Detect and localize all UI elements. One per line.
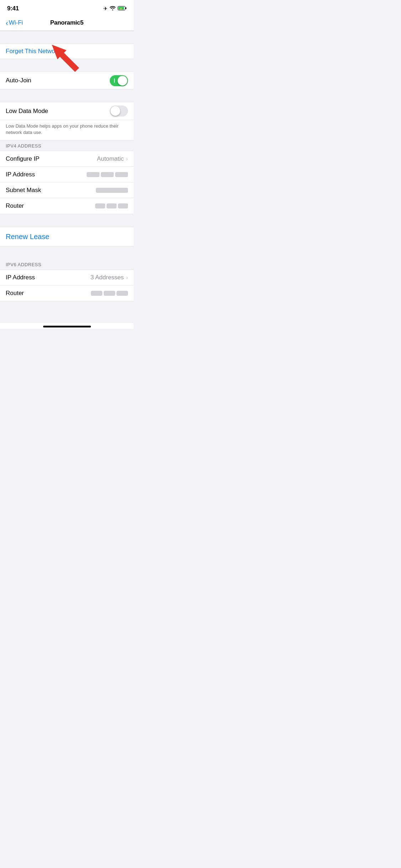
configure-ip-value: Automatic › — [97, 155, 128, 162]
subnet-mask-label: Subnet Mask — [6, 187, 41, 194]
back-chevron-icon: ‹ — [6, 19, 8, 27]
auto-join-cell: Auto-Join — [0, 72, 134, 89]
ipv6-ip-address-value-text: 3 Addresses — [91, 274, 124, 281]
back-button[interactable]: ‹ Wi-Fi — [6, 19, 23, 27]
ip-address-value — [87, 172, 128, 177]
spacer-3 — [0, 89, 134, 102]
configure-ip-value-text: Automatic — [97, 155, 124, 162]
ipv6-router-redacted-2 — [104, 291, 115, 296]
ipv6-ip-address-value: 3 Addresses › — [91, 274, 128, 281]
ipv6-ip-address-label: IP Address — [6, 274, 35, 281]
renew-lease-cell[interactable]: Renew Lease — [0, 227, 134, 247]
low-data-mode-label: Low Data Mode — [6, 108, 48, 115]
ip-address-redacted-2 — [101, 172, 114, 177]
toggle-thumb — [118, 76, 127, 86]
ipv6-router-redacted-1 — [91, 291, 102, 296]
configure-ip-cell[interactable]: Configure IP Automatic › — [0, 151, 134, 167]
page-title: Panoramic5 — [50, 19, 83, 26]
ip-address-cell: IP Address — [0, 167, 134, 182]
status-icons: ✈ ⚡ — [103, 6, 127, 11]
ipv6-router-label: Router — [6, 290, 24, 297]
auto-join-toggle[interactable] — [110, 75, 128, 86]
ipv6-router-value — [91, 291, 128, 296]
battery-icon: ⚡ — [118, 6, 127, 11]
home-bar — [43, 326, 91, 327]
forget-network-cell[interactable]: Forget This Network — [0, 43, 134, 59]
ipv6-router-cell: Router — [0, 285, 134, 301]
router-redacted-1 — [95, 203, 105, 208]
ipv6-section-header: IPV6 ADDRESS — [0, 259, 134, 269]
ipv4-section-header: IPV4 ADDRESS — [0, 140, 134, 151]
low-data-mode-description: Low Data Mode helps apps on your phone r… — [0, 120, 134, 140]
router-label: Router — [6, 202, 24, 210]
wifi-icon — [110, 6, 115, 11]
spacer-4 — [0, 214, 134, 227]
router-redacted-3 — [118, 203, 128, 208]
spacer-2 — [0, 59, 134, 72]
ip-address-label: IP Address — [6, 171, 35, 178]
toggle-line — [114, 78, 115, 83]
subnet-mask-redacted — [96, 188, 128, 193]
home-indicator — [0, 323, 134, 329]
auto-join-track — [110, 75, 128, 86]
ip-address-redacted-3 — [115, 172, 128, 177]
ipv6-chevron: › — [126, 274, 128, 281]
spacer-1 — [0, 31, 134, 43]
configure-ip-label: Configure IP — [6, 155, 40, 162]
low-data-mode-section: Low Data Mode Low Data Mode helps apps o… — [0, 102, 134, 140]
forget-network-label: Forget This Network — [6, 48, 60, 55]
ipv6-ip-address-cell[interactable]: IP Address 3 Addresses › — [0, 270, 134, 285]
ip-address-redacted-1 — [87, 172, 99, 177]
renew-lease-label: Renew Lease — [6, 233, 49, 241]
router-cell: Router — [0, 198, 134, 214]
svg-rect-1 — [125, 7, 127, 9]
ipv6-router-redacted-3 — [117, 291, 128, 296]
auto-join-label: Auto-Join — [6, 77, 31, 84]
low-data-mode-toggle[interactable] — [110, 105, 128, 117]
configure-ip-chevron: › — [126, 155, 128, 162]
low-data-mode-cell: Low Data Mode — [0, 102, 134, 120]
router-redacted-2 — [107, 203, 117, 208]
toggle-thumb-off — [110, 106, 120, 116]
nav-bar: ‹ Wi-Fi Panoramic5 — [0, 16, 134, 31]
ipv4-section: Configure IP Automatic › IP Address Subn… — [0, 151, 134, 214]
svg-text:⚡: ⚡ — [119, 7, 123, 10]
router-value — [95, 203, 128, 208]
low-data-mode-track — [110, 105, 128, 117]
airplane-icon: ✈ — [103, 6, 108, 11]
back-label: Wi-Fi — [9, 19, 23, 26]
subnet-mask-value — [96, 188, 128, 193]
status-bar: 9:41 ✈ ⚡ — [0, 0, 134, 16]
ipv6-section: IP Address 3 Addresses › Router — [0, 269, 134, 301]
subnet-mask-cell: Subnet Mask — [0, 182, 134, 198]
status-time: 9:41 — [7, 5, 19, 12]
spacer-5 — [0, 247, 134, 259]
